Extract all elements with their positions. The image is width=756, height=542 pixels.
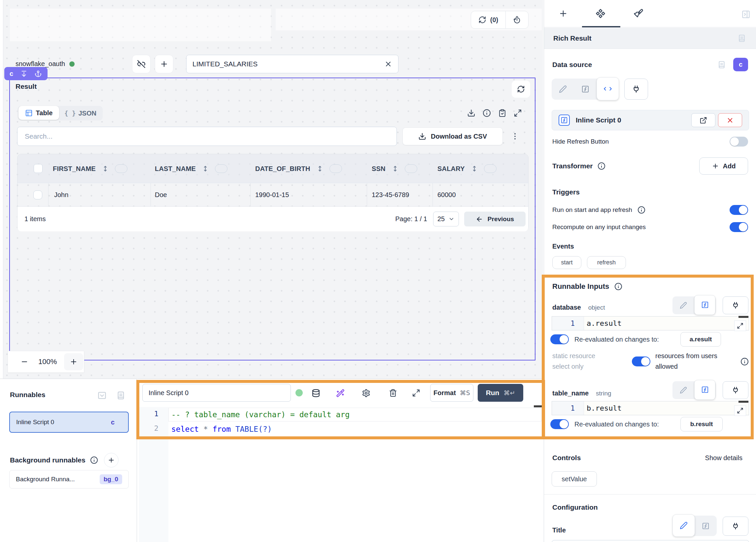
line-number: 2 [154, 424, 158, 432]
insert-component-tab[interactable] [559, 9, 568, 18]
sort-icon[interactable] [471, 165, 478, 172]
previous-page-button[interactable]: Previous [464, 212, 526, 226]
page-indicator: Page: 1 / 1 [395, 215, 427, 223]
template-input-mode[interactable] [574, 79, 597, 100]
zoom-in-button[interactable] [64, 353, 83, 370]
column-toggle-pill[interactable] [405, 164, 417, 173]
table-search-input[interactable]: Search... [17, 127, 397, 146]
table-menu-kebab-icon[interactable] [511, 132, 519, 141]
column-header[interactable]: FIRST_NAME [53, 165, 96, 173]
events-chips: start refresh [552, 256, 626, 269]
connect-button[interactable] [723, 381, 748, 399]
eval-mode-selected[interactable] [694, 295, 715, 315]
ai-wand-icon[interactable] [336, 389, 345, 397]
copy-result-icon[interactable] [498, 109, 506, 117]
page-size-select[interactable]: 25 [433, 212, 459, 226]
runnable-item-selected[interactable]: Inline Script 0 c [9, 412, 129, 433]
delete-script-icon[interactable] [389, 389, 397, 397]
cell: 60000 [437, 191, 456, 199]
clear-input-icon[interactable] [384, 60, 392, 68]
static-mode-selected[interactable] [672, 514, 695, 537]
collapse-panel-icon[interactable] [741, 10, 750, 19]
input-kind-mini-selector [672, 516, 717, 536]
docs-icon[interactable] [717, 60, 726, 69]
zoom-out-icon[interactable] [20, 358, 28, 366]
eval-input-mode-selected[interactable] [597, 77, 619, 100]
column-header[interactable]: SALARY [437, 165, 465, 173]
download-icon[interactable] [467, 109, 475, 117]
unlink-button[interactable] [132, 55, 151, 73]
run-on-start-row: Run on start and app refresh [552, 205, 748, 215]
expand-editor-icon[interactable] [412, 389, 420, 397]
static-mode[interactable] [672, 296, 694, 314]
expand-expr-button[interactable] [734, 405, 746, 416]
open-script-detached-button[interactable] [691, 113, 715, 127]
resources-from-users-toggle[interactable] [632, 356, 650, 366]
info-icon[interactable] [483, 109, 491, 117]
code-editor[interactable]: 1 2 -- ? table_name (varchar) = default … [139, 407, 543, 542]
script-name-input[interactable]: Inline Script 0 [142, 384, 291, 402]
background-runnable-item[interactable]: Background Runna... bg_0 [9, 470, 129, 489]
column-header[interactable]: LAST_NAME [155, 165, 196, 173]
sort-icon[interactable] [392, 165, 399, 172]
app-canvas[interactable]: (0) snowflake_oauth LIMITED_SALARIES c [3, 0, 543, 379]
component-refresh-button[interactable] [512, 81, 530, 98]
expr-editor-table-name[interactable]: 1 b.result [552, 401, 749, 415]
code-token-function: TABLE(?) [235, 425, 272, 433]
eval-mode-selected[interactable] [694, 380, 715, 400]
connect-button[interactable] [723, 296, 748, 314]
expand-expr-button[interactable] [734, 321, 746, 331]
download-csv-button[interactable]: Download as CSV [402, 127, 503, 145]
column-toggle-pill[interactable] [115, 164, 127, 173]
column-toggle-pill[interactable] [484, 164, 497, 173]
settings-tab[interactable] [596, 9, 605, 18]
expand-icon[interactable] [514, 109, 522, 117]
tab-table[interactable]: Table [18, 106, 59, 120]
expr-editor-database[interactable]: 1 a.result [552, 316, 749, 330]
runnables-docs-icon[interactable] [116, 391, 125, 400]
connect-input-button[interactable] [624, 79, 648, 100]
add-button[interactable] [155, 55, 173, 73]
select-all-checkbox[interactable] [34, 164, 43, 173]
styling-tab[interactable] [634, 9, 643, 18]
toggle-knob [641, 357, 650, 366]
sort-icon[interactable] [102, 165, 109, 172]
format-button[interactable]: Format ⌘S [430, 384, 473, 402]
reeval-toggle[interactable] [550, 419, 569, 429]
remove-script-button[interactable] [718, 113, 742, 127]
connect-button[interactable] [723, 517, 748, 536]
move-down-icon[interactable] [20, 70, 27, 77]
column-toggle-pill[interactable] [329, 164, 342, 173]
anchor-icon[interactable] [35, 70, 42, 77]
add-transformer-button[interactable]: Add [699, 157, 748, 175]
sort-icon[interactable] [316, 165, 324, 172]
eval-mode[interactable] [695, 516, 716, 536]
static-input-mode[interactable] [552, 79, 574, 100]
refresh-all-button[interactable]: (0) [471, 11, 506, 29]
title-input[interactable] [552, 540, 749, 542]
row-checkbox[interactable] [33, 190, 42, 199]
run-on-start-toggle[interactable] [730, 205, 748, 215]
empty-grid-cell[interactable] [10, 9, 271, 41]
run-button[interactable]: Run ⌘↵ [478, 384, 523, 402]
database-icon[interactable] [312, 389, 320, 397]
sort-icon[interactable] [202, 165, 209, 172]
editor-scrollbar[interactable] [534, 405, 542, 407]
settings-gear-icon[interactable] [362, 389, 370, 397]
static-mode[interactable] [672, 381, 694, 399]
column-header[interactable]: DATE_OF_BIRTH [255, 165, 310, 173]
column-toggle-pill[interactable] [215, 164, 227, 173]
hide-refresh-toggle[interactable] [730, 137, 748, 147]
docs-icon[interactable] [738, 34, 746, 43]
show-details-link[interactable]: Show details [705, 454, 742, 462]
setvalue-chip[interactable]: setValue [552, 471, 597, 487]
recompute-toggle[interactable] [730, 222, 748, 232]
hide-runnables-icon[interactable] [97, 391, 107, 400]
jobs-history-button[interactable] [505, 11, 529, 29]
reeval-toggle[interactable] [550, 334, 569, 344]
table-row[interactable]: John Doe 1990-01-15 123-45-6789 60000 [17, 183, 528, 207]
tab-json[interactable]: { } JSON [59, 107, 102, 119]
add-background-runnable-button[interactable] [104, 453, 119, 467]
table-name-input[interactable]: LIMITED_SALARIES [186, 55, 398, 73]
column-header[interactable]: SSN [372, 165, 386, 173]
